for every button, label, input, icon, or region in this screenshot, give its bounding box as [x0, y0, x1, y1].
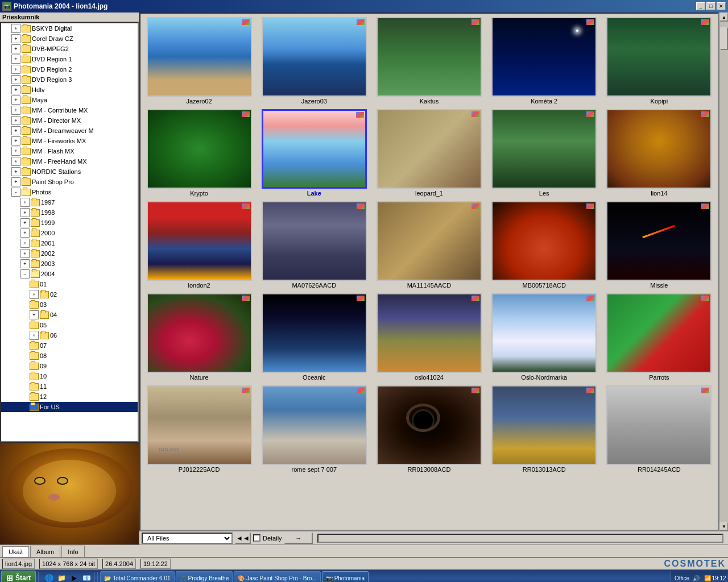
expand-icon[interactable]: +: [20, 218, 30, 227]
list-item[interactable]: Jazero03: [258, 16, 370, 106]
tree-item-04[interactable]: + 04: [1, 310, 138, 320]
tree-item-corel[interactable]: + Corel Draw CZ: [1, 34, 138, 44]
tree-item-mm-fireworks[interactable]: + MM - Fireworks MX: [1, 136, 138, 146]
thumbnails-container[interactable]: Jazero02 Jazero03: [139, 13, 719, 531]
tree-item-1998[interactable]: + 1998: [1, 207, 138, 218]
expand-icon[interactable]: +: [11, 75, 20, 84]
expand-icon[interactable]: +: [11, 116, 20, 125]
expand-icon[interactable]: -: [20, 269, 30, 278]
ql-folder-icon[interactable]: 📁: [56, 572, 67, 582]
taskbar-btn-photomania[interactable]: 📷 Photomania: [322, 571, 369, 582]
thumbnail-frame[interactable]: [262, 201, 367, 281]
taskbar-btn-prodigy[interactable]: 🎵 Prodigy Breathe: [176, 571, 233, 582]
tree-item-maya[interactable]: + Maya: [1, 95, 138, 105]
list-item[interactable]: Lake: [258, 108, 370, 198]
expand-icon[interactable]: +: [11, 95, 20, 105]
expand-icon[interactable]: +: [11, 85, 20, 94]
expand-icon[interactable]: +: [11, 177, 20, 186]
list-item[interactable]: MA07626AACD: [258, 200, 370, 290]
tree-item-nordic[interactable]: + NORDIC Stations: [1, 167, 138, 177]
tree-item-12[interactable]: 12: [1, 392, 138, 402]
tree-item-11[interactable]: 11: [1, 381, 138, 392]
nav-arrow-button[interactable]: →: [284, 533, 313, 544]
tree-item-07[interactable]: 07: [1, 340, 138, 351]
thumbnail-frame[interactable]: [147, 109, 252, 189]
thumbnail-frame[interactable]: [147, 293, 252, 373]
tree-item-mm-freehand[interactable]: + MM - FreeHand MX: [1, 156, 138, 167]
thumbnail-frame[interactable]: [377, 293, 482, 373]
tree-item-1997[interactable]: + 1997: [1, 197, 138, 207]
list-item[interactable]: Kaktus: [373, 16, 485, 106]
ql-ie-icon[interactable]: 🌐: [43, 572, 55, 582]
thumbnail-frame[interactable]: [377, 17, 482, 97]
tree-item-mm-contribute[interactable]: + MM - Contribute MX: [1, 105, 138, 115]
expand-icon[interactable]: +: [11, 44, 20, 53]
expand-icon[interactable]: +: [11, 167, 20, 176]
tree-item-mm-director[interactable]: + MM - Director MX: [1, 115, 138, 126]
thumbnail-frame[interactable]: [262, 17, 367, 97]
expand-icon[interactable]: +: [30, 331, 39, 340]
tree-item-09[interactable]: 09: [1, 361, 138, 371]
scroll-down-button[interactable]: ▼: [719, 522, 728, 531]
thumbnail-frame[interactable]: [491, 109, 597, 189]
list-item[interactable]: Nature: [143, 292, 255, 382]
tree-item-10[interactable]: 10: [1, 371, 138, 381]
tree-item-1999[interactable]: + 1999: [1, 218, 138, 228]
tree-item-2000[interactable]: + 2000: [1, 228, 138, 238]
list-item[interactable]: Kométa 2: [488, 16, 601, 106]
maximize-button[interactable]: □: [706, 2, 715, 10]
tree-item-05[interactable]: 05: [1, 320, 138, 330]
expand-icon[interactable]: +: [11, 157, 20, 166]
list-item[interactable]: leopard_1: [373, 108, 485, 198]
taskbar-btn-total-commander[interactable]: 📂 Total Commander 6.01: [100, 571, 174, 582]
thumbnail-frame[interactable]: [377, 201, 482, 281]
files-filter-dropdown[interactable]: All Files: [142, 533, 233, 544]
list-item[interactable]: Oceanic: [258, 292, 370, 382]
list-item[interactable]: Kopipi: [603, 16, 715, 106]
expand-icon[interactable]: +: [11, 147, 20, 156]
thumbnail-frame[interactable]: [491, 385, 597, 465]
tree-item-08[interactable]: 08: [1, 351, 138, 361]
nav-prev-button[interactable]: ◄◄: [235, 533, 251, 544]
tab-album[interactable]: Album: [30, 546, 60, 557]
list-item[interactable]: Krypto: [143, 108, 255, 198]
thumbnail-frame[interactable]: [262, 109, 367, 189]
expand-icon[interactable]: +: [20, 228, 30, 238]
expand-icon[interactable]: +: [11, 126, 20, 135]
tree-item-mm-flash[interactable]: + MM - Flash MX: [1, 146, 138, 156]
vertical-scrollbar[interactable]: ▲ ▼: [719, 13, 728, 531]
list-item[interactable]: Jazero02: [143, 16, 255, 106]
expand-icon[interactable]: -: [11, 188, 20, 197]
list-item[interactable]: oslo41024: [373, 292, 485, 382]
thumbnail-frame[interactable]: [147, 201, 252, 281]
tree-item-dvd3[interactable]: + DVD Region 3: [1, 74, 138, 85]
list-item[interactable]: MA11145AACD: [373, 200, 485, 290]
thumbnail-frame[interactable]: [606, 293, 712, 373]
tree-item-forus[interactable]: For US: [1, 402, 138, 412]
ql-outlook-icon[interactable]: 📧: [81, 572, 92, 582]
list-item[interactable]: Les: [488, 108, 601, 198]
list-item[interactable]: london2: [143, 200, 255, 290]
tree-item-bskyb[interactable]: + BSKYB Digital: [1, 23, 138, 34]
list-item[interactable]: Parrots: [603, 292, 715, 382]
expand-icon[interactable]: +: [20, 239, 30, 248]
list-item[interactable]: RR013013ACD: [488, 384, 601, 474]
tree-item-paintshop[interactable]: + Paint Shop Pro: [1, 177, 138, 187]
scroll-up-button[interactable]: ▲: [719, 13, 728, 22]
close-button[interactable]: ✕: [717, 2, 726, 10]
thumbnail-frame[interactable]: [377, 109, 482, 189]
expand-icon[interactable]: +: [11, 24, 20, 33]
thumbnail-frame[interactable]: [147, 17, 252, 97]
tree-item-mm-dreamweaver[interactable]: + MM - Dreamweaver M: [1, 126, 138, 136]
list-item[interactable]: MB005718ACD: [488, 200, 601, 290]
list-item[interactable]: 04D.com PJ012225ACD: [143, 384, 255, 474]
list-item[interactable]: rome sept 7 007: [258, 384, 370, 474]
start-button[interactable]: ⊞ Štart: [1, 571, 36, 582]
tree-item-dvd1[interactable]: + DVD Region 1: [1, 54, 138, 64]
tree-item-2001[interactable]: + 2001: [1, 238, 138, 248]
thumbnail-frame[interactable]: [262, 385, 367, 465]
list-item[interactable]: Oslo-Nordmarka: [488, 292, 601, 382]
list-item[interactable]: RR014245ACD: [603, 384, 715, 474]
minimize-button[interactable]: _: [696, 2, 705, 10]
tree-item-03[interactable]: 03: [1, 300, 138, 310]
